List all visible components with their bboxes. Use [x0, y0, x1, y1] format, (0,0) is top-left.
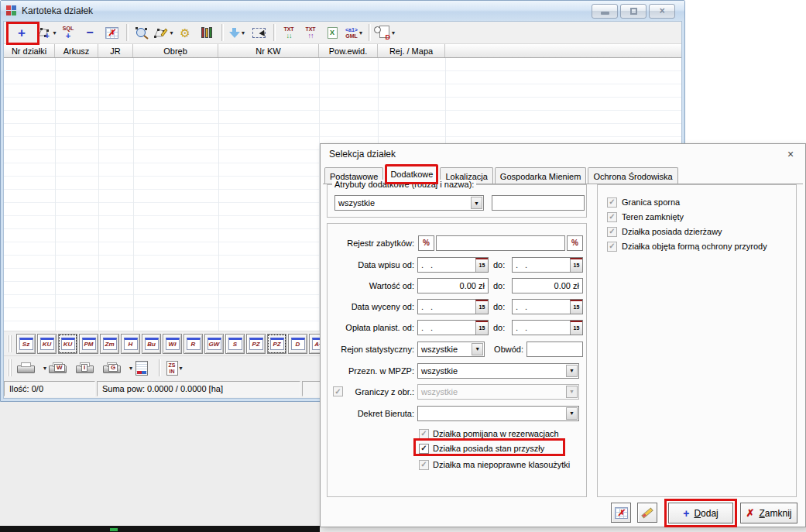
calendar-icon[interactable]: 15 — [570, 300, 582, 314]
gml-export-button[interactable]: <a1> GML ▾ — [344, 22, 364, 43]
calendar-icon[interactable]: 15 — [475, 258, 488, 272]
report-button[interactable] — [134, 358, 154, 378]
dekret-combo[interactable]: ▼ — [417, 406, 579, 421]
obwod-input[interactable] — [526, 342, 583, 357]
polygon-select-icon: + — [36, 26, 51, 39]
klasouzytki-checkbox[interactable]: ✓ — [419, 460, 429, 470]
find-geometry-button[interactable] — [132, 22, 152, 43]
dropdown-icon[interactable]: ▼ — [471, 197, 482, 209]
print-button[interactable]: ▾ — [16, 358, 46, 378]
wartosc-do-input[interactable]: 0.00 zł — [512, 278, 583, 293]
printer-g-icon: G — [102, 361, 123, 376]
dropdown-icon[interactable]: ▼ — [472, 343, 483, 355]
registers-button[interactable] — [197, 22, 217, 43]
column-header-pow-ewid[interactable]: Pow.ewid. — [319, 44, 378, 57]
column-header-obreb[interactable]: Obręb — [133, 44, 218, 57]
percent-suffix-button[interactable]: % — [567, 235, 583, 251]
tab-dodatkowe[interactable]: Dodatkowe — [385, 164, 438, 184]
add-parcel-button[interactable]: + — [9, 22, 35, 43]
data-wyceny-od-field[interactable]: . . 15 — [417, 299, 489, 314]
legend-button-h[interactable]: H — [121, 334, 140, 354]
dropdown-icon[interactable]: ▼ — [566, 407, 578, 420]
column-header-nr-dzialki[interactable]: Nr działki — [4, 44, 55, 57]
rejon-combo[interactable]: wszystkie ▼ — [417, 342, 485, 357]
dodaj-button[interactable]: + Dodaj — [668, 503, 733, 523]
tab-gospodarka-mieniem[interactable]: Gospodarka Mieniem — [495, 167, 587, 184]
data-wpisu-do-field[interactable]: . . 15 — [512, 257, 583, 273]
column-header-jr[interactable]: JR — [98, 44, 133, 57]
zsin-button[interactable]: ZS IN ▾ — [164, 358, 184, 378]
ochrona-przyrody-checkbox[interactable]: ✓ — [607, 242, 617, 252]
ochrona-przyrody-label: Działka objęta formą ochrony przyrody — [622, 242, 767, 251]
import-download-button[interactable]: ▾ — [227, 22, 247, 43]
select-area-button[interactable] — [249, 22, 269, 43]
toolbar-grip[interactable] — [7, 335, 12, 352]
rejestr-zabytkow-input[interactable] — [436, 235, 565, 251]
calendar-icon[interactable]: 15 — [475, 321, 488, 335]
tab-ochrona-srodowiska[interactable]: Ochrona Środowiska — [588, 167, 677, 184]
legend-button-wl[interactable]: Wł — [163, 334, 182, 354]
oplata-od-field[interactable]: . . 15 — [417, 320, 489, 335]
granica-sporna-checkbox[interactable]: ✓ — [607, 197, 617, 208]
atrybuty-rodzaj-combo[interactable]: wszystkie ▼ — [334, 195, 484, 211]
edit-geometry-button[interactable]: ▾ — [153, 22, 173, 43]
minimize-icon — [601, 12, 609, 15]
rezerwacje-checkbox[interactable]: ✓ — [419, 429, 429, 439]
txt-export-button[interactable]: TXT ↓↓ — [279, 22, 299, 43]
print-i-button[interactable]: I — [75, 358, 101, 378]
legend-button-bu[interactable]: Bu — [142, 334, 161, 354]
checkbox-row-klasouzytki: ✓ Działka ma niepoprawne klasoużytki — [419, 458, 570, 471]
zamknij-button[interactable]: ✗ Zamknij — [740, 503, 797, 523]
legend-button-sz[interactable]: Sz — [16, 334, 36, 354]
legend-button-ku2[interactable]: KU — [58, 334, 77, 354]
restore-button[interactable] — [620, 4, 647, 19]
wartosc-od-input[interactable]: 0.00 zł — [417, 278, 489, 293]
select-add-button[interactable]: + ▾ — [36, 22, 57, 43]
percent-prefix-button[interactable]: % — [418, 235, 434, 251]
dzierzawy-checkbox[interactable]: ✓ — [607, 227, 617, 237]
clear-selection-button[interactable]: ✗ — [611, 503, 631, 523]
history-button[interactable]: D ▾ — [374, 22, 395, 43]
dropdown-caret-icon: ▾ — [180, 365, 183, 372]
print-g-button[interactable]: G ▾ — [102, 358, 132, 378]
legend-button-pz1[interactable]: PZ — [246, 334, 266, 354]
legend-button-pm[interactable]: PM — [79, 334, 98, 354]
minimize-button[interactable] — [592, 4, 618, 19]
calendar-icon[interactable]: 15 — [570, 258, 582, 272]
atrybuty-nazwa-input[interactable] — [492, 195, 585, 211]
remove-button[interactable]: − — [80, 22, 100, 43]
teren-zamkniety-checkbox[interactable]: ✓ — [607, 212, 617, 222]
mpzp-combo[interactable]: wszystkie ▼ — [417, 363, 579, 379]
legend-button-d[interactable]: D — [288, 334, 307, 354]
remove-all-button[interactable]: ✗ — [101, 22, 122, 43]
stan-przyszly-checkbox[interactable]: ✓ — [419, 444, 429, 454]
legend-button-r[interactable]: R — [183, 334, 203, 354]
map-sheet-icon: Zm — [103, 338, 117, 350]
calendar-icon[interactable]: 15 — [475, 300, 488, 314]
settings-button[interactable]: ⚙ — [175, 22, 195, 43]
txt-import-button[interactable]: TXT ↑↑ — [300, 22, 321, 43]
column-header-nr-kw[interactable]: Nr KW — [218, 44, 319, 57]
clear-fields-button[interactable] — [637, 503, 657, 523]
legend-button-gw[interactable]: GW — [204, 334, 224, 354]
legend-button-s[interactable]: S — [225, 334, 245, 354]
toolbar-grip[interactable] — [7, 359, 12, 376]
dialog-close-button[interactable]: × — [782, 146, 799, 162]
graniczy-checkbox[interactable]: ✓ — [333, 386, 343, 396]
column-header-arkusz[interactable]: Arkusz — [55, 44, 98, 57]
legend-button-ku1[interactable]: KU — [37, 334, 57, 354]
sql-add-button[interactable]: SQL + — [58, 22, 78, 43]
legend-button-zm[interactable]: Zm — [100, 334, 119, 354]
toolbar-separator — [126, 24, 129, 41]
rejon-label: Rejon statystyczny: — [328, 345, 414, 354]
excel-export-button[interactable]: X — [322, 22, 342, 43]
column-header-rej-mapa[interactable]: Rej. / Mapa — [378, 44, 445, 57]
data-wyceny-do-field[interactable]: . . 15 — [512, 299, 583, 314]
data-wpisu-od-field[interactable]: . . 15 — [417, 257, 489, 273]
print-w-button[interactable]: W — [48, 358, 74, 378]
legend-button-pz2[interactable]: PZ — [267, 334, 286, 354]
oplata-do-field[interactable]: . . 15 — [512, 320, 583, 335]
dropdown-icon[interactable]: ▼ — [566, 365, 578, 377]
calendar-icon[interactable]: 15 — [570, 321, 582, 335]
close-button[interactable]: × — [649, 4, 675, 19]
